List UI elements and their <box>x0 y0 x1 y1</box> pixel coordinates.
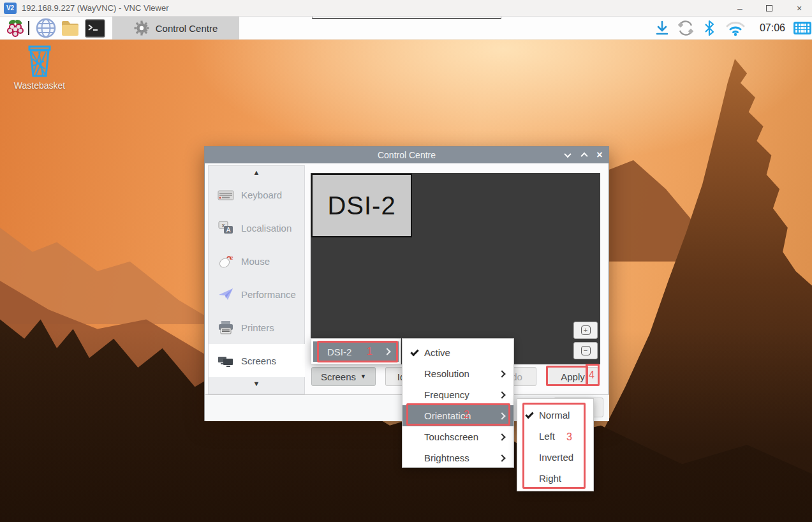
printers-icon <box>218 319 234 336</box>
chevron-down-icon <box>564 151 571 158</box>
menu-item-left[interactable]: Left <box>517 426 593 447</box>
shade-button[interactable] <box>560 147 575 163</box>
submenu-arrow-icon <box>498 370 505 377</box>
terminal-launcher[interactable] <box>84 17 107 40</box>
close-button[interactable]: × <box>788 0 810 17</box>
mouse-icon: 2 <box>218 253 234 270</box>
wifi-tray-item[interactable] <box>723 17 748 40</box>
screens-icon <box>218 352 234 369</box>
window-titlebar[interactable]: Control Centre × <box>205 147 609 163</box>
check-spacer <box>525 475 535 482</box>
menu-item-dsi2[interactable]: DSI-2 <box>313 341 399 362</box>
menu-item-inverted[interactable]: Inverted <box>517 447 593 468</box>
window-close-button[interactable]: × <box>592 147 607 163</box>
menu-item-brightness[interactable]: Brightness <box>402 447 513 468</box>
zoom-out-icon: − <box>581 346 591 355</box>
sidebar-item-label: Printers <box>241 322 274 333</box>
taskbar-app-control-centre[interactable]: Control Centre <box>112 17 239 40</box>
screens-dropdown-button[interactable]: Screens ▼ <box>311 367 376 386</box>
menu-item-label: Resolution <box>424 368 499 379</box>
minimize-button[interactable]: – <box>729 0 751 17</box>
menu-item-label: Orientation <box>424 410 499 421</box>
check-spacer <box>525 454 535 461</box>
settings-sidebar: ▲ Keyboard x A Localisation <box>208 165 305 394</box>
menu-item-normal[interactable]: Normal <box>517 405 593 426</box>
submenu-arrow-icon <box>498 391 505 398</box>
menu-item-active[interactable]: Active <box>402 342 513 363</box>
check-spacer <box>410 370 420 378</box>
menu-item-label: Touchscreen <box>424 431 499 442</box>
menu-item-right[interactable]: Right <box>517 468 593 489</box>
zoom-in-button[interactable]: + <box>573 322 598 339</box>
sidebar-item-localisation[interactable]: x A Localisation <box>209 212 304 245</box>
maximize-button[interactable] <box>758 0 780 17</box>
download-tray-item[interactable] <box>652 17 672 40</box>
clock[interactable]: 07:06 <box>754 17 791 40</box>
svg-text:A: A <box>226 227 231 234</box>
submenu-arrow-icon <box>498 433 505 440</box>
wastebasket-icon <box>25 45 54 78</box>
submenu-arrow-icon <box>383 348 390 355</box>
menu-item-label: Right <box>539 473 584 484</box>
vnc-window-title: 192.168.9.227 (WayVNC) - VNC Viewer <box>22 3 168 13</box>
menu-raspberry-button[interactable] <box>4 17 27 40</box>
menu-item-touchscreen[interactable]: Touchscreen <box>402 426 513 447</box>
terminal-icon <box>85 19 105 38</box>
updates-tray-item[interactable] <box>675 17 697 40</box>
localisation-icon: x A <box>218 220 234 237</box>
svg-text:2: 2 <box>230 255 233 261</box>
sidebar-item-printers[interactable]: Printers <box>209 311 304 344</box>
updates-sync-icon <box>677 19 695 37</box>
taskbar-app-label: Control Centre <box>156 23 218 34</box>
display-dsi2-rect[interactable]: DSI-2 <box>311 174 412 237</box>
browser-launcher[interactable] <box>34 17 57 40</box>
menu-item-label: Brightness <box>424 452 499 463</box>
vnc-titlebar: V2 192.168.9.227 (WayVNC) - VNC Viewer –… <box>0 0 812 17</box>
sidebar-item-performance[interactable]: Performance <box>209 278 304 311</box>
keyboard-icon <box>218 187 234 204</box>
screens-dropdown-label: Screens <box>321 371 356 382</box>
file-manager-launcher[interactable] <box>59 17 82 40</box>
check-spacer <box>410 412 420 420</box>
sidebar-item-label: Performance <box>241 289 296 300</box>
browser-globe-icon <box>36 18 56 38</box>
sidebar-item-screens[interactable]: Screens <box>209 344 305 377</box>
keyboard-layout-icon[interactable] <box>794 22 811 34</box>
zoom-out-button[interactable]: − <box>573 342 598 359</box>
check-icon <box>525 412 535 419</box>
sidebar-item-label: Screens <box>241 355 276 366</box>
sidebar-item-mouse[interactable]: 2 Mouse <box>209 245 304 278</box>
menu-item-orientation[interactable]: Orientation <box>402 405 513 426</box>
menu-item-label: Active <box>424 347 505 358</box>
display-context-menu: Active Resolution Frequency Orientation … <box>402 338 514 468</box>
sidebar-scroll-down[interactable]: ▼ <box>209 377 304 390</box>
check-spacer <box>410 391 420 399</box>
apply-button[interactable]: Apply <box>547 367 598 386</box>
menu-item-label: DSI-2 <box>327 347 385 357</box>
sidebar-scroll-up[interactable]: ▲ <box>209 166 304 179</box>
menu-item-label: Normal <box>539 410 584 421</box>
raspberry-menu-icon <box>6 19 24 38</box>
check-icon <box>410 349 420 357</box>
zoom-in-icon: + <box>581 325 591 335</box>
apply-label: Apply <box>561 371 585 382</box>
menu-item-frequency[interactable]: Frequency <box>402 384 513 405</box>
sidebar-item-label: Keyboard <box>241 190 282 200</box>
gear-icon <box>134 20 149 36</box>
taskbar-separator <box>28 21 29 35</box>
sidebar-item-keyboard[interactable]: Keyboard <box>209 179 304 212</box>
taskbar: Control Centre <box>0 17 812 40</box>
menu-item-label: Frequency <box>424 389 499 400</box>
check-spacer <box>410 454 420 462</box>
display-menu-popup: DSI-2 <box>311 338 401 364</box>
orientation-submenu: Normal Left Inverted Right <box>517 398 594 491</box>
menu-item-resolution[interactable]: Resolution <box>402 363 513 384</box>
wastebasket-desktop-icon[interactable]: Wastebasket <box>11 45 68 96</box>
check-spacer <box>525 433 535 440</box>
menu-item-label: Left <box>539 431 584 442</box>
display-layout-canvas: DSI-2 + − <box>311 173 600 364</box>
unshade-button[interactable] <box>577 147 592 163</box>
close-icon: × <box>596 150 602 160</box>
bluetooth-tray-item[interactable] <box>700 17 718 40</box>
submenu-arrow-icon <box>498 412 505 419</box>
